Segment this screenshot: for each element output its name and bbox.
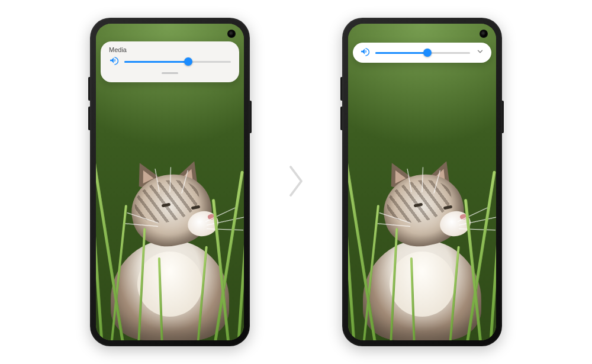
panel-drag-handle[interactable] (162, 72, 178, 74)
wallpaper-kitten-grass (348, 24, 496, 340)
volume-slider-fill (375, 52, 427, 54)
phone-mockup-after (342, 18, 502, 346)
phone-power-btn (250, 101, 252, 133)
volume-type-label: Media (109, 46, 231, 53)
volume-icon (360, 47, 369, 59)
phone-power-btn (502, 101, 504, 133)
punch-hole-camera (480, 30, 488, 38)
chevron-down-icon[interactable] (476, 47, 484, 58)
phone-volume-up-btn (88, 77, 90, 101)
phone-screen (348, 24, 496, 340)
volume-panel-compact (353, 43, 491, 63)
phone-mockup-before: Media (90, 18, 250, 346)
volume-slider-thumb[interactable] (423, 49, 432, 57)
volume-slider[interactable] (375, 49, 470, 57)
phone-volume-down-btn (340, 107, 342, 130)
phone-volume-up-btn (340, 77, 342, 101)
volume-icon (109, 56, 118, 67)
volume-panel-expanded: Media (101, 41, 239, 82)
chevron-right-icon (285, 163, 307, 201)
phone-volume-down-btn (88, 107, 90, 130)
volume-slider-fill (124, 61, 188, 63)
punch-hole-camera (227, 30, 236, 38)
phone-screen: Media (96, 24, 244, 340)
volume-slider-thumb[interactable] (184, 57, 192, 66)
volume-slider[interactable] (124, 57, 231, 66)
